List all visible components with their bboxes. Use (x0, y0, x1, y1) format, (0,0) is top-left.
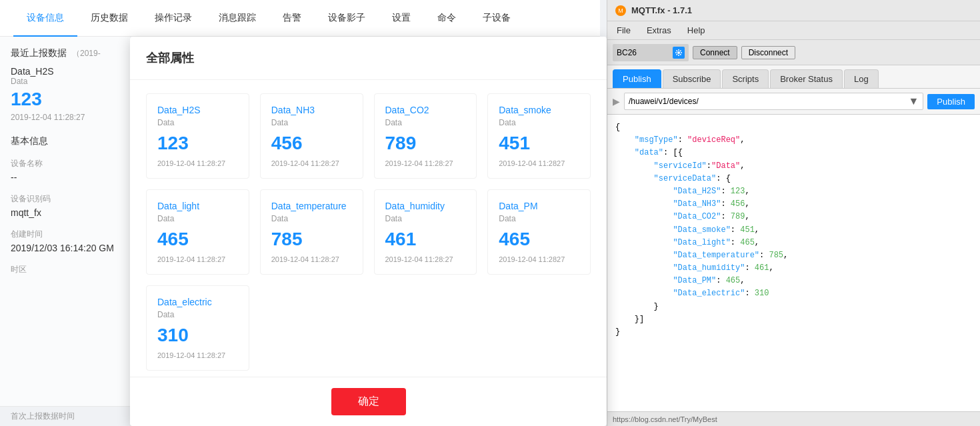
nav-item-device-info[interactable]: 设备信息 (13, 0, 77, 37)
mqtt-app-icon: M (615, 5, 626, 16)
nav-item-history[interactable]: 历史数据 (77, 0, 141, 37)
attr-card-name: Data_temperature (271, 201, 352, 211)
attr-card-value: 785 (271, 229, 352, 250)
attr-card-value: 451 (499, 133, 579, 154)
attr-card-time: 2019-12-04 11:2827 (499, 255, 579, 263)
attr-card-time: 2019-12-04 11:28:27 (157, 159, 238, 167)
json-line-10: "Data_light": 465, (615, 237, 972, 249)
json-line-7: "Data_NH3": 456, (615, 198, 972, 211)
device-id-label: 设备识别码 (11, 193, 119, 205)
attr-card-data_humidity: Data_humidity Data 461 2019-12-04 11:28:… (374, 189, 477, 275)
attributes-grid: Data_H2S Data 123 2019-12-04 11:28:27 Da… (146, 93, 591, 371)
attr-card-type: Data (271, 118, 352, 127)
tab-subscribe[interactable]: Subscribe (663, 69, 721, 88)
device-name-value: -- (11, 172, 119, 183)
modal-footer: 确定 (130, 377, 607, 426)
attr-card-time: 2019-12-04 11:28:27 (385, 159, 466, 167)
menu-extras[interactable]: Extras (640, 24, 678, 37)
attr-card-type: Data (157, 118, 238, 127)
recent-data-title: 最近上报数据 （2019- (11, 47, 119, 59)
topic-input-wrapper: ▼ (624, 93, 923, 110)
json-line-14: "Data_electric": 310 (615, 287, 972, 300)
disconnect-button[interactable]: Disconnect (741, 46, 795, 59)
topic-input[interactable] (629, 97, 909, 106)
device-id-value: mqtt_fx (11, 207, 119, 218)
mqtt-connection-toolbar: Connect Disconnect (607, 40, 980, 65)
json-line-4: "serviceId":"Data", (615, 160, 972, 173)
attr-card-name: Data_H2S (157, 105, 238, 115)
attr-card-value: 465 (157, 229, 238, 250)
attr-card-value: 123 (157, 133, 238, 154)
attr-card-type: Data (385, 214, 466, 223)
mqtt-tabs: Publish Subscribe Scripts Broker Status … (607, 65, 980, 89)
attr-card-name: Data_CO2 (385, 105, 466, 115)
attr-card-time: 2019-12-04 11:28:27 (157, 351, 238, 359)
tab-scripts[interactable]: Scripts (722, 69, 769, 88)
gear-icon[interactable] (673, 47, 685, 59)
attr-card-data_electric: Data_electric Data 310 2019-12-04 11:28:… (146, 285, 249, 371)
nav-item-message-trace[interactable]: 消息跟踪 (205, 0, 269, 37)
attr-card-data_pm: Data_PM Data 465 2019-12-04 11:2827 (487, 189, 591, 275)
attr-card-value: 456 (271, 133, 352, 154)
attr-card-time: 2019-12-04 11:28:27 (271, 255, 352, 263)
json-line-2: "msgType": "deviceReq", (615, 134, 972, 147)
device-name-label: 设备名称 (11, 158, 119, 169)
attr-card-time: 2019-12-04 11:28:27 (271, 159, 352, 167)
attr-card-data_smoke: Data_smoke Data 451 2019-12-04 11:2827 (487, 93, 591, 179)
broker-input[interactable] (617, 48, 670, 57)
mqtt-json-content: { "msgType": "deviceReq", "data": [{ "se… (607, 115, 980, 411)
json-line-5: "serviceData": { (615, 173, 972, 185)
mqtt-title: MQTT.fx - 1.7.1 (631, 5, 692, 15)
attr-card-data_nh3: Data_NH3 Data 456 2019-12-04 11:28:27 (260, 93, 363, 179)
timezone-label: 时区 (11, 264, 119, 275)
attr-card-type: Data (157, 310, 238, 319)
modal-body: Data_H2S Data 123 2019-12-04 11:28:27 Da… (130, 80, 607, 377)
json-line-12: "Data_humidity": 461, (615, 262, 972, 275)
nav-item-operations[interactable]: 操作记录 (141, 0, 205, 37)
basic-info-title: 基本信息 (11, 135, 119, 147)
tab-publish[interactable]: Publish (613, 69, 661, 88)
mqtt-menubar: File Extras Help (607, 21, 980, 40)
attr-card-type: Data (385, 118, 466, 127)
mqtt-titlebar: M MQTT.fx - 1.7.1 (607, 0, 980, 21)
attr-card-name: Data_light (157, 201, 238, 211)
nav-item-child-devices[interactable]: 子设备 (469, 0, 524, 37)
publish-button[interactable]: Publish (927, 94, 975, 109)
nav-item-device-shadow[interactable]: 设备影子 (315, 0, 379, 37)
attr-card-value: 465 (499, 229, 579, 250)
connect-area (613, 44, 689, 61)
tab-log[interactable]: Log (844, 69, 879, 88)
attr-card-name: Data_NH3 (271, 105, 352, 115)
attr-card-type: Data (157, 214, 238, 223)
json-line-15: } (615, 301, 972, 313)
attr-card-time: 2019-12-04 11:28:27 (157, 255, 238, 263)
svg-point-0 (677, 51, 680, 54)
attr-card-data_h2s: Data_H2S Data 123 2019-12-04 11:28:27 (146, 93, 249, 179)
attr-card-time: 2019-12-04 11:2827 (499, 159, 579, 167)
json-line-8: "Data_CO2": 789, (615, 211, 972, 223)
mqtt-publish-area: ▶ ▼ Publish (607, 89, 980, 115)
attr-card-value: 310 (157, 325, 238, 346)
sidebar-content: 最近上报数据 （2019- Data_H2S Data 123 2019-12-… (0, 37, 130, 286)
json-line-6: "Data_H2S": 123, (615, 185, 972, 198)
attr-card-type: Data (499, 118, 579, 127)
create-time-value: 2019/12/03 16:14:20 GM (11, 243, 119, 253)
confirm-button[interactable]: 确定 (331, 388, 406, 415)
connect-button[interactable]: Connect (693, 46, 737, 59)
menu-file[interactable]: File (610, 24, 637, 37)
attr-card-data_co2: Data_CO2 Data 789 2019-12-04 11:28:27 (374, 93, 477, 179)
left-panel: 设备信息 历史数据 操作记录 消息跟踪 告警 设备影子 设置 命令 子设备 最近… (0, 0, 600, 426)
tab-broker-status[interactable]: Broker Status (770, 69, 843, 88)
attr-card-data_temperature: Data_temperature Data 785 2019-12-04 11:… (260, 189, 363, 275)
mqtt-status-bar: https://blog.csdn.net/Try/MyBest (607, 411, 980, 426)
json-line-3: "data": [{ (615, 147, 972, 159)
basic-info-section: 基本信息 设备名称 -- 设备识别码 mqtt_fx 创建时间 2019/12/… (11, 135, 119, 275)
nav-item-commands[interactable]: 命令 (424, 0, 469, 37)
attr-card-value: 461 (385, 229, 466, 250)
nav-item-settings[interactable]: 设置 (379, 0, 424, 37)
menu-help[interactable]: Help (681, 24, 712, 37)
attributes-modal: 全部属性 Data_H2S Data 123 2019-12-04 11:28:… (130, 37, 607, 426)
nav-item-alarm[interactable]: 告警 (269, 0, 315, 37)
topic-dropdown-icon[interactable]: ▼ (909, 95, 919, 107)
json-line-13: "Data_PM": 465, (615, 275, 972, 287)
